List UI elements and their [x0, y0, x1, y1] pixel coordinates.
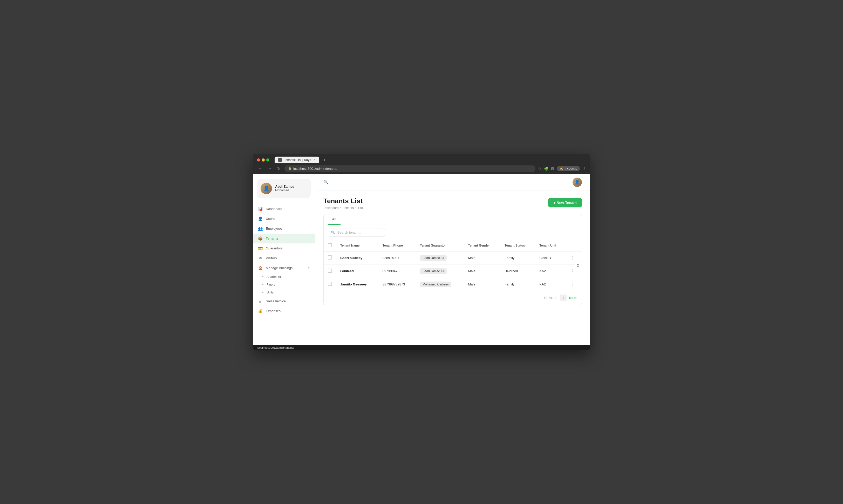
dot-icon: [262, 292, 263, 293]
search-wrap: 🔍: [328, 228, 578, 237]
sidebar-item-label: Sales Invoice: [266, 299, 286, 303]
status-bar: localhost:3001/admin/tenants: [253, 345, 590, 350]
row-checkbox-cell[interactable]: [324, 278, 336, 291]
row-phone: 387398739873: [378, 278, 416, 291]
col-guarantor: Tenant Guarantor: [416, 240, 464, 251]
sidebar-subitem-label: Apartments: [266, 275, 282, 279]
next-button[interactable]: Next: [569, 296, 577, 300]
col-actions: [566, 240, 582, 251]
filter-icon[interactable]: ⚙: [574, 262, 582, 269]
sidebar-item-manage-buildings[interactable]: 🏠 Manage Buildings ▾: [253, 263, 315, 273]
top-user-avatar[interactable]: 👤: [572, 178, 582, 187]
sidebar-item-dashboard[interactable]: 📊 Dashboard: [253, 204, 315, 214]
tabs-row: All: [324, 214, 582, 225]
row-unit: KA2: [535, 265, 566, 278]
buildings-icon: 🏠: [258, 266, 263, 270]
active-tab[interactable]: Tenants: List | Rays ✕: [275, 157, 319, 163]
row-guarantor: Mohamed Ciribeey: [416, 278, 464, 291]
visitors-icon: 👁: [258, 256, 263, 260]
main-content: 🔍 👤 Tenants List Dashboard • Tenants • L…: [315, 174, 590, 345]
sidebar-item-users[interactable]: 👤 Users: [253, 214, 315, 224]
maximize-button[interactable]: [266, 158, 270, 162]
lock-icon: 🔒: [288, 167, 292, 170]
sidebar-subitem-apartments[interactable]: Apartments: [253, 273, 315, 281]
sidebar-item-label: Guarantors: [266, 246, 283, 250]
row-checkbox-cell[interactable]: [324, 251, 336, 265]
breadcrumb-sep-2: •: [355, 206, 356, 210]
select-all-checkbox[interactable]: [328, 243, 332, 247]
menu-icon[interactable]: ⋮: [582, 166, 586, 170]
table-row: Badri suuleey 938974987 Badri Jamac Ali …: [324, 251, 582, 265]
new-tenant-button[interactable]: + New Tenant: [548, 198, 582, 208]
row-actions-button[interactable]: ⋮: [570, 269, 574, 274]
sidebar-item-guarantors[interactable]: 💳 Guarantors: [253, 244, 315, 253]
row-phone: 897398473: [378, 265, 416, 278]
incognito-icon: 🕵: [559, 167, 563, 170]
row-checkbox[interactable]: [328, 282, 332, 286]
expenses-icon: 💰: [258, 309, 263, 313]
breadcrumb-list: List: [358, 206, 363, 210]
dot-icon: [262, 276, 263, 277]
search-icon-inner: 🔍: [331, 231, 335, 234]
sales-icon: #: [258, 299, 263, 304]
user-sub: Mohamed: [275, 188, 294, 192]
row-status: Family: [500, 278, 535, 291]
page-number: 1: [560, 294, 567, 301]
forward-button[interactable]: →: [266, 165, 273, 172]
row-checkbox-cell[interactable]: [324, 265, 336, 278]
sidebar-item-label: Tenants: [266, 236, 278, 240]
sidebar-item-visitors[interactable]: 👁 Visitors: [253, 253, 315, 263]
breadcrumb-dashboard: Dashboard: [323, 206, 339, 210]
bookmark-icon[interactable]: ☆: [538, 166, 541, 170]
window-controls-icon: ⌄: [583, 158, 586, 162]
new-tab-button[interactable]: +: [321, 157, 328, 163]
sidebar-item-label: Manage Buildings: [266, 266, 293, 270]
minimize-button[interactable]: [262, 158, 265, 162]
row-checkbox[interactable]: [328, 255, 332, 259]
address-bar[interactable]: 🔒 localhost:3001/admin/tenants: [285, 165, 535, 172]
address-url: localhost:3001/admin/tenants: [293, 167, 337, 170]
sidebar-item-tenants[interactable]: 📦 Tenants: [253, 234, 315, 244]
row-gender: Male: [464, 251, 500, 265]
reload-button[interactable]: ↻: [276, 165, 282, 172]
sidebar-subitem-units[interactable]: Units: [253, 289, 315, 296]
row-phone: 938974987: [378, 251, 416, 265]
sidebar-subitem-floors[interactable]: Floors: [253, 281, 315, 289]
search-input[interactable]: [328, 228, 385, 237]
select-all-header[interactable]: [324, 240, 336, 251]
row-gender: Male: [464, 278, 500, 291]
row-actions-cell[interactable]: ⋮: [566, 278, 582, 291]
row-guarantor: Badri Jamac Ali: [416, 265, 464, 278]
row-checkbox[interactable]: [328, 269, 332, 273]
dot-icon: [262, 284, 263, 285]
row-actions-button[interactable]: ⋮: [570, 255, 574, 260]
row-status: Divorced: [500, 265, 535, 278]
tenants-table: Tenant Name ↑ Tenant Phone Tenant Guaran…: [324, 240, 582, 291]
col-phone: Tenant Phone: [378, 240, 416, 251]
sidebar-item-sales-invoice[interactable]: # Sales Invoice: [253, 296, 315, 306]
row-name: Jamiilo Geeseey: [336, 278, 378, 291]
sidebar-item-expenses[interactable]: 💰 Expenses: [253, 306, 315, 316]
extensions-icon[interactable]: 🧩: [544, 166, 548, 170]
sidebar-subitem-label: Units: [266, 291, 274, 294]
sidebar-item-employees[interactable]: 👥 Employees: [253, 224, 315, 234]
tab-close-button[interactable]: ✕: [313, 158, 315, 162]
dashboard-icon: 📊: [258, 206, 263, 211]
close-button[interactable]: [257, 158, 260, 162]
sidebar-item-label: Visitors: [266, 256, 277, 260]
row-guarantor: Badri Jamac Ali: [416, 251, 464, 265]
sidebar-item-label: Expenses: [266, 309, 280, 313]
search-icon[interactable]: 🔍: [323, 180, 329, 185]
table-container: All 🔍: [323, 214, 582, 305]
page-title-section: Tenants List Dashboard • Tenants • List: [323, 197, 363, 210]
profile-icon[interactable]: ⊡: [551, 166, 554, 170]
sort-icon[interactable]: ↑: [362, 244, 363, 247]
col-gender: Tenant Gender: [464, 240, 500, 251]
sidebar: 👤 Abdi Zamed Mohamed 📊 Dashboard 👤 Users…: [253, 174, 315, 345]
back-button[interactable]: ←: [257, 165, 264, 172]
tab-all[interactable]: All: [328, 214, 341, 225]
row-actions-button[interactable]: ⋮: [570, 282, 574, 287]
previous-button[interactable]: Previous: [544, 296, 557, 300]
users-icon: 👤: [258, 216, 263, 221]
row-unit: KA2: [535, 278, 566, 291]
